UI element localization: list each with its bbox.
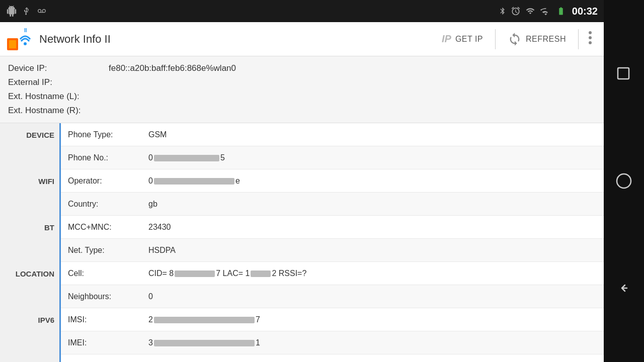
toolbar-actions: IP GET IP REFRESH — [434, 27, 598, 52]
section-label-location-blank — [0, 285, 59, 308]
cell-row: Cell: CID= 87 LAC= 12 RSSI=? — [61, 262, 604, 285]
section-label-ipv6: IPV6 — [0, 308, 59, 331]
svg-rect-1 — [9, 40, 16, 48]
section-label-device: DEVICE — [0, 123, 59, 146]
cell-cid-redacted — [175, 270, 215, 277]
svg-point-4 — [589, 31, 592, 34]
operator-label: Operator: — [68, 176, 148, 186]
alarm-icon — [511, 6, 521, 16]
operator-row: Operator: 0e — [61, 169, 604, 193]
imsi-row: IMSI: 27 — [61, 308, 604, 331]
imsi-value: 27 — [148, 315, 260, 324]
info-table: DEVICE WIFI BT LOCATION IPV6 — [0, 123, 604, 362]
status-time: 00:32 — [572, 6, 598, 17]
ext-hostname-r-row: Ext. Hostname (R): — [8, 104, 596, 118]
refresh-button[interactable]: REFRESH — [500, 28, 574, 50]
svg-point-2 — [24, 42, 27, 45]
external-ip-row: External IP: — [8, 75, 596, 89]
imei-value: 31 — [148, 338, 260, 347]
overflow-icon — [589, 31, 592, 45]
back-icon — [615, 279, 633, 297]
svg-point-8 — [617, 174, 631, 188]
status-bar-right: 00:32 — [499, 6, 598, 17]
ext-hostname-r-label: Ext. Hostname (R): — [8, 106, 109, 116]
get-ip-label: GET IP — [455, 35, 483, 44]
neighbours-value: 0 — [148, 292, 153, 301]
voicemail-icon — [36, 7, 47, 15]
neighbours-row: Neighbours: 0 — [61, 285, 604, 308]
device-ip-label: Device IP: — [8, 63, 109, 73]
app-logo: II — [6, 26, 32, 52]
cell-label: Cell: — [68, 269, 148, 278]
imei-row: IMEI: 31 — [61, 331, 604, 354]
battery-icon — [554, 7, 568, 16]
data-column: Phone Type: GSM Phone No.: 05 Operator: … — [59, 123, 604, 362]
cell-value: CID= 87 LAC= 12 RSSI=? — [148, 269, 306, 278]
country-value: gb — [148, 200, 157, 209]
svg-point-6 — [589, 41, 592, 44]
net-type-row: Net. Type: HSDPA — [61, 239, 604, 262]
imsi-label: IMSI: — [68, 315, 148, 324]
android-icon — [6, 6, 17, 17]
neighbours-label: Neighbours: — [68, 292, 148, 301]
operator-value: 0e — [148, 176, 240, 186]
section-label-wifi-blank — [0, 193, 59, 216]
content-area: Device IP: fe80::a20b:baff:feb6:868e%wla… — [0, 56, 604, 362]
ext-hostname-l-label: Ext. Hostname (L): — [8, 92, 109, 102]
refresh-icon — [508, 32, 522, 46]
section-label-bt-blank — [0, 239, 59, 262]
usb-icon — [22, 6, 31, 17]
ip-icon: IP — [442, 33, 451, 45]
logo-wifi-arcs: II — [6, 26, 32, 52]
imsi-redacted — [154, 317, 255, 323]
phone-no-value: 05 — [148, 153, 225, 162]
phone-no-redacted — [154, 155, 219, 161]
back-button[interactable] — [613, 277, 635, 299]
refresh-label: REFRESH — [526, 35, 566, 44]
section-label-wifi: WIFI — [0, 169, 59, 193]
net-type-label: Net. Type: — [68, 246, 148, 255]
section-label-ipv6-blank2 — [0, 354, 59, 362]
recent-apps-button[interactable] — [613, 63, 635, 85]
toolbar-divider-2 — [578, 29, 579, 49]
bluetooth-icon — [499, 6, 507, 17]
country-row: Country: gb — [61, 193, 604, 216]
phone-type-row: Phone Type: GSM — [61, 123, 604, 146]
phone-type-value: GSM — [148, 130, 167, 139]
section-label-device-blank — [0, 146, 59, 169]
svg-point-5 — [589, 36, 592, 39]
section-sidebar: DEVICE WIFI BT LOCATION IPV6 — [0, 123, 59, 362]
section-label-location: LOCATION — [0, 262, 59, 285]
get-ip-button[interactable]: IP GET IP — [434, 29, 491, 49]
operator-redacted — [154, 178, 234, 185]
overflow-menu-button[interactable] — [583, 27, 598, 52]
status-bar-left — [6, 6, 47, 17]
svg-rect-7 — [618, 68, 629, 79]
toolbar-divider — [495, 29, 496, 49]
section-label-bt: BT — [0, 216, 59, 239]
net-type-value: HSDPA — [148, 246, 176, 255]
mccmnc-label: MCC+MNC: — [68, 223, 148, 232]
home-button[interactable] — [613, 170, 635, 192]
cell-lac-redacted — [251, 270, 271, 277]
recent-apps-icon — [615, 65, 633, 83]
ext-hostname-l-row: Ext. Hostname (L): — [8, 89, 596, 104]
home-icon — [615, 172, 633, 190]
imei-redacted — [154, 340, 255, 346]
ip-section: Device IP: fe80::a20b:baff:feb6:868e%wla… — [0, 56, 604, 123]
device-ip-value: fe80::a20b:baff:feb6:868e%wlan0 — [109, 63, 236, 73]
nav-sidebar — [604, 0, 644, 362]
imei-label: IMEI: — [68, 338, 148, 347]
external-ip-label: External IP: — [8, 77, 109, 87]
mccmnc-value: 23430 — [148, 223, 171, 232]
svg-text:II: II — [24, 28, 27, 33]
device-ip-row: Device IP: fe80::a20b:baff:feb6:868e%wla… — [8, 61, 596, 75]
section-label-ipv6-blank1 — [0, 331, 59, 354]
signal-icon — [540, 6, 550, 16]
phone-type-label: Phone Type: — [68, 130, 148, 139]
toolbar: II Network Info II IP GET IP REFRESH — [0, 22, 604, 56]
phone-no-row: Phone No.: 05 — [61, 146, 604, 169]
phone-no-label: Phone No.: — [68, 153, 148, 162]
app-title: Network Info II — [39, 33, 434, 46]
status-bar: 00:32 — [0, 0, 604, 22]
